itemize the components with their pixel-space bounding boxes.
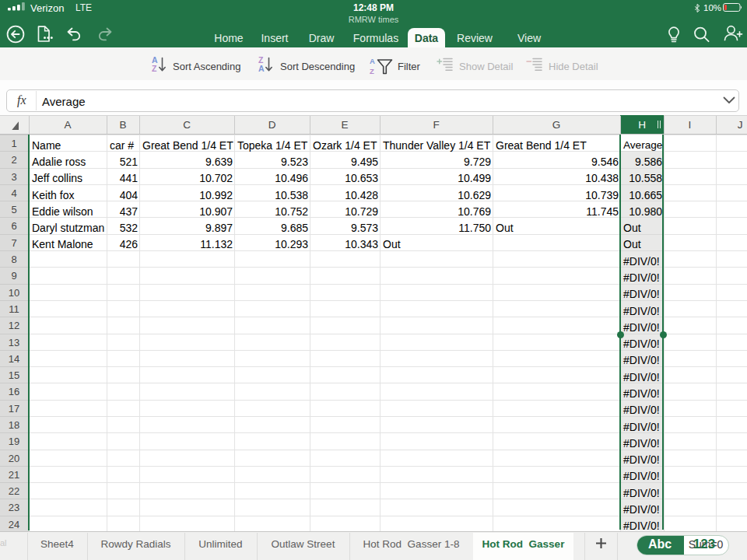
svg-text:Z: Z [370, 67, 374, 75]
svg-text:A: A [258, 64, 265, 73]
svg-text:A: A [370, 57, 375, 65]
svg-text:Z: Z [152, 64, 157, 73]
